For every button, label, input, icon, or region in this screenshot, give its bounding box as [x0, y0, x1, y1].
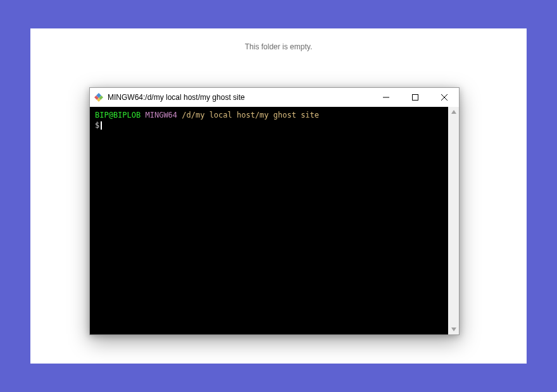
- svg-marker-9: [451, 110, 456, 114]
- empty-folder-message: This folder is empty.: [30, 42, 527, 51]
- terminal-body[interactable]: BIP@BIPLOB MINGW64 /d/my local host/my g…: [90, 107, 448, 334]
- terminal-body-wrap: BIP@BIPLOB MINGW64 /d/my local host/my g…: [90, 107, 459, 334]
- scroll-down-arrow[interactable]: [450, 326, 458, 333]
- prompt-system: MINGW64: [145, 111, 177, 119]
- window-controls: [372, 88, 459, 107]
- svg-line-8: [441, 94, 447, 101]
- close-button[interactable]: [430, 88, 459, 107]
- terminal-window: MINGW64:/d/my local host/my ghost site B…: [89, 87, 460, 335]
- titlebar-left: MINGW64:/d/my local host/my ghost site: [94, 92, 245, 102]
- svg-rect-6: [413, 95, 418, 101]
- svg-marker-10: [451, 328, 456, 331]
- scroll-up-arrow[interactable]: [450, 108, 458, 116]
- cursor: [101, 121, 102, 130]
- mingw-icon: [94, 92, 104, 102]
- maximize-button[interactable]: [401, 88, 430, 107]
- prompt-path: /d/my local host/my ghost site: [182, 111, 319, 119]
- prompt-char: $: [95, 121, 99, 130]
- titlebar[interactable]: MINGW64:/d/my local host/my ghost site: [90, 88, 459, 107]
- prompt-user: BIP@BIPLOB: [95, 111, 141, 119]
- svg-line-7: [441, 94, 447, 101]
- scrollbar[interactable]: [448, 107, 459, 334]
- window-title: MINGW64:/d/my local host/my ghost site: [108, 93, 245, 102]
- minimize-button[interactable]: [372, 88, 401, 107]
